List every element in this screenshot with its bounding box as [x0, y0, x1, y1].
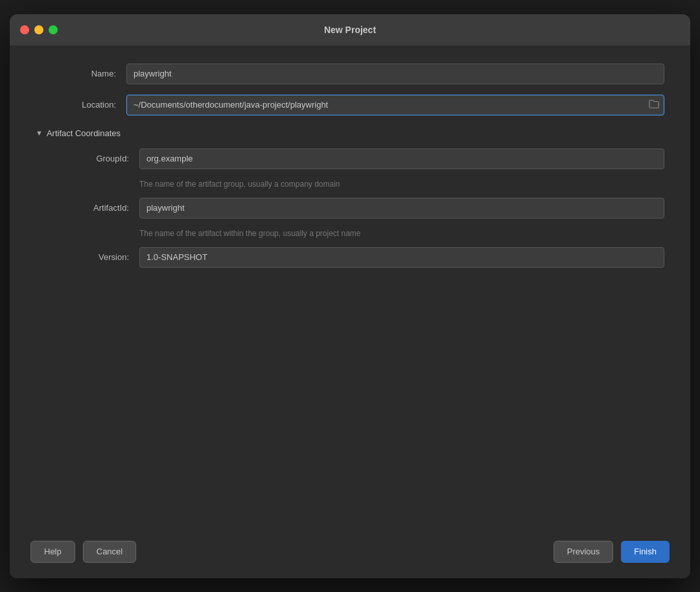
artifact-section-title: Artifact Coordinates: [47, 128, 121, 138]
location-label: Location:: [36, 100, 126, 110]
artifactid-label: ArtifactId:: [49, 203, 139, 213]
browse-folder-button[interactable]: [649, 99, 659, 110]
groupid-label: GroupId:: [49, 154, 139, 163]
version-label: Version:: [49, 252, 139, 262]
artifactid-input[interactable]: [139, 198, 664, 219]
name-row: Name:: [36, 64, 664, 84]
previous-button[interactable]: Previous: [554, 541, 614, 563]
location-wrapper: [126, 95, 664, 115]
footer-left-buttons: Help Cancel: [30, 541, 136, 563]
groupid-row: GroupId:: [49, 148, 664, 169]
help-button[interactable]: Help: [30, 541, 75, 563]
maximize-button[interactable]: [49, 25, 58, 34]
version-input[interactable]: [139, 247, 664, 268]
footer: Help Cancel Previous Finish: [10, 530, 690, 578]
artifact-section-content: GroupId: The name of the artifact group,…: [49, 148, 664, 278]
groupid-input[interactable]: [139, 148, 664, 169]
footer-right-buttons: Previous Finish: [554, 541, 670, 563]
section-toggle-icon[interactable]: ▼: [36, 129, 43, 137]
new-project-window: New Project Name: Location: ▼ Artifact C: [10, 14, 690, 578]
traffic-lights: [20, 25, 58, 34]
close-button[interactable]: [20, 25, 29, 34]
form-content: Name: Location: ▼ Artifact Coordinates: [10, 45, 690, 530]
content-spacer: [36, 278, 664, 517]
groupid-hint: The name of the artifact group, usually …: [139, 180, 664, 189]
minimize-button[interactable]: [34, 25, 43, 34]
name-input[interactable]: [126, 64, 664, 84]
name-label: Name:: [36, 69, 126, 78]
window-title: New Project: [324, 25, 376, 35]
cancel-button[interactable]: Cancel: [83, 541, 136, 563]
location-input[interactable]: [126, 95, 664, 115]
artifactid-hint: The name of the artifact within the grou…: [139, 229, 664, 238]
title-bar: New Project: [10, 14, 690, 45]
location-row: Location:: [36, 95, 664, 115]
artifactid-row: ArtifactId:: [49, 198, 664, 219]
artifact-section-header: ▼ Artifact Coordinates: [36, 128, 664, 138]
finish-button[interactable]: Finish: [621, 541, 670, 563]
version-row: Version:: [49, 247, 664, 268]
